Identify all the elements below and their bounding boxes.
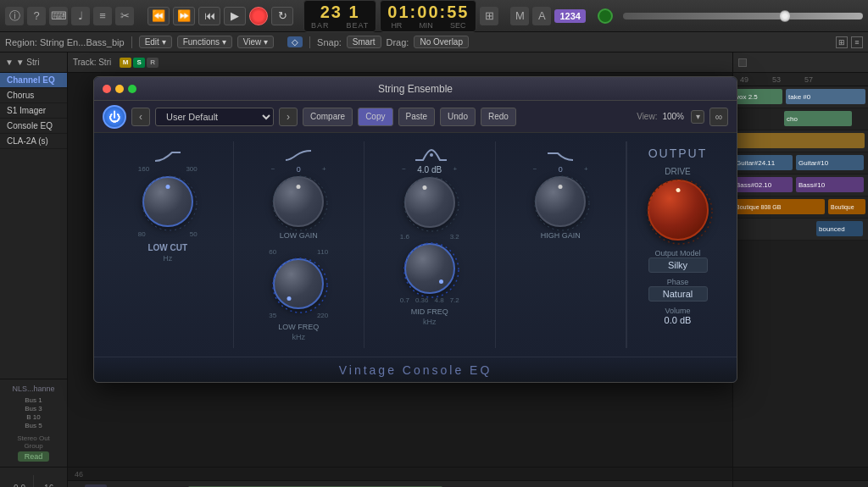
eq-band-low: − 0 + LOW GAIN (234, 141, 365, 348)
prev-preset-button[interactable]: ‹ (131, 108, 150, 126)
cycle-button[interactable]: ↻ (271, 7, 293, 25)
phase-row: Phase Natural (632, 278, 723, 302)
phase-label: Phase (632, 278, 723, 286)
bottom-area: 0,0 -16 0,0 -65 46 IN M S R Vox rap (0, 467, 868, 487)
undo-button[interactable]: Undo (440, 108, 476, 126)
ruler-49: 49 (740, 75, 748, 84)
sidebar-item-channel-eq[interactable]: Channel EQ (0, 73, 67, 88)
master-volume-slider[interactable] (623, 13, 863, 19)
clip-cho[interactable]: cho (784, 111, 852, 126)
redo-button[interactable]: Redo (481, 108, 516, 126)
drive-knob[interactable] (648, 180, 709, 241)
track1-instrument-icon: IN (85, 484, 107, 488)
link-button[interactable]: ∞ (709, 108, 728, 126)
bar-beat-display[interactable]: 23 1 BAR BEAT (303, 0, 376, 32)
key-icon[interactable]: ⌨ (49, 7, 68, 25)
clip-vox25[interactable]: vox 2.5 (733, 89, 782, 104)
high-shelf-icon (543, 148, 577, 165)
sidebar-item-chorus[interactable]: Chorus (0, 88, 67, 103)
phase-value[interactable]: Natural (648, 286, 708, 302)
record-arm-button[interactable]: R (147, 58, 159, 68)
clip-bass1[interactable]: Bass#02.10 (733, 177, 793, 192)
clip-boutique1[interactable]: Boutique 808 GB (733, 199, 825, 214)
edit-menu-button[interactable]: Edit ▾ (139, 36, 172, 48)
rewind-button[interactable]: ⏪ (147, 7, 170, 25)
zoom-down-button[interactable]: ▾ (691, 110, 704, 124)
clip-boutique2[interactable]: Boutique (828, 199, 865, 214)
paste-button[interactable]: Paste (398, 108, 436, 126)
scissors-icon[interactable]: ✂ (115, 7, 134, 25)
layout-icon[interactable]: ⊞ (836, 36, 848, 48)
svg-point-0 (142, 176, 197, 230)
close-dot[interactable] (103, 85, 111, 93)
copy-button[interactable]: Copy (358, 108, 392, 126)
beat-label: BEAT (347, 21, 370, 30)
mid-freq-knob[interactable] (404, 243, 455, 294)
active-tool-btn[interactable]: ◇ (287, 36, 303, 47)
next-preset-button[interactable]: › (279, 108, 298, 126)
collapse-icon[interactable]: ≡ (851, 36, 863, 48)
settings-icon[interactable]: ≡ (93, 7, 112, 25)
low-freq-label: LOW FREQ (278, 323, 319, 331)
lowcut-knob[interactable] (142, 176, 193, 227)
bus3-label: Bus 3 (25, 405, 42, 412)
low-gain-knob-container: − 0 + LOW GAIN (271, 165, 326, 240)
view-menu-button[interactable]: View ▾ (237, 36, 274, 48)
bar-beat-value: 23 1 (320, 3, 360, 21)
minimize-dot[interactable] (115, 85, 124, 93)
maximize-dot[interactable] (128, 85, 136, 93)
display-toggle-icon[interactable]: ⊞ (480, 7, 498, 25)
mid-freq-ticks (401, 240, 462, 301)
question-icon[interactable]: ? (27, 7, 46, 25)
low-shelf-icon (281, 148, 315, 165)
sidebar-item-console-eq[interactable]: Console EQ (0, 119, 67, 134)
compare-button[interactable]: Compare (303, 108, 353, 126)
low-freq-knob-container: 60 110 35 220 LOW F (269, 248, 328, 341)
plugin-power-button[interactable]: ⏻ (103, 105, 126, 129)
bottom-sidebar: 0,0 -16 0,0 -65 (0, 468, 68, 487)
preset-select[interactable]: User Default (155, 108, 274, 126)
low-gain-knob[interactable] (273, 176, 324, 227)
audio-icon[interactable]: A (532, 7, 551, 25)
snap-value-button[interactable]: Smart (347, 36, 381, 48)
info-icon[interactable]: ⓘ (5, 7, 24, 25)
cla2a-label: CLA-2A (s) (7, 136, 48, 146)
mute-button[interactable]: M (120, 58, 131, 68)
read-button[interactable]: Read (18, 451, 50, 462)
svg-point-5 (404, 243, 459, 297)
clip-bounced[interactable]: bounced (816, 221, 863, 236)
sidebar-item-s1-imager[interactable]: S1 Imager (0, 103, 67, 119)
clip-take10[interactable]: take #0 (786, 89, 865, 104)
bus1-label: Bus 1 (25, 396, 42, 404)
solo-button[interactable]: S (133, 58, 145, 68)
output-model-value[interactable]: Silky (648, 257, 708, 273)
track-row-6: Boutique 808 GB Boutique (733, 196, 868, 219)
track-options-icon[interactable] (738, 58, 747, 67)
fast-forward-button[interactable]: ⏩ (173, 7, 195, 25)
eq-band-lowcut: 160 300 (103, 141, 234, 348)
clip-bass2[interactable]: Bass#10 (796, 177, 864, 192)
volume-value[interactable]: 0.0 dB (632, 315, 723, 325)
low-freq-knob[interactable] (273, 258, 324, 309)
midi-icon[interactable]: M (510, 7, 529, 25)
volume-label: Volume (632, 307, 723, 315)
sidebar-item-cla2a[interactable]: CLA-2A (s) (0, 134, 67, 149)
drag-value-button[interactable]: No Overlap (414, 36, 469, 48)
eq-body: 160 300 (94, 133, 737, 357)
mid-gain-knob[interactable] (404, 177, 455, 228)
right-header (733, 53, 868, 73)
functions-menu-button[interactable]: Functions ▾ (177, 36, 232, 48)
record-button[interactable] (249, 7, 268, 25)
play-button[interactable]: ▶ (224, 7, 246, 25)
metronome-icon[interactable]: ♩ (71, 7, 90, 25)
clip-guitar2[interactable]: Guitar#10 (796, 155, 864, 170)
b10-label: B 10 (25, 413, 42, 421)
go-start-button[interactable]: ⏮ (198, 7, 220, 25)
window-dots (103, 85, 136, 93)
clip-orange[interactable] (733, 133, 865, 148)
snap-label: Snap: (317, 37, 342, 47)
time-display[interactable]: 01:00:55 HR MIN SEC (380, 0, 476, 32)
console-eq-label: Console EQ (7, 121, 53, 130)
clip-guitar1[interactable]: Guitar#24.11 (733, 155, 793, 170)
high-gain-knob[interactable] (535, 176, 586, 227)
